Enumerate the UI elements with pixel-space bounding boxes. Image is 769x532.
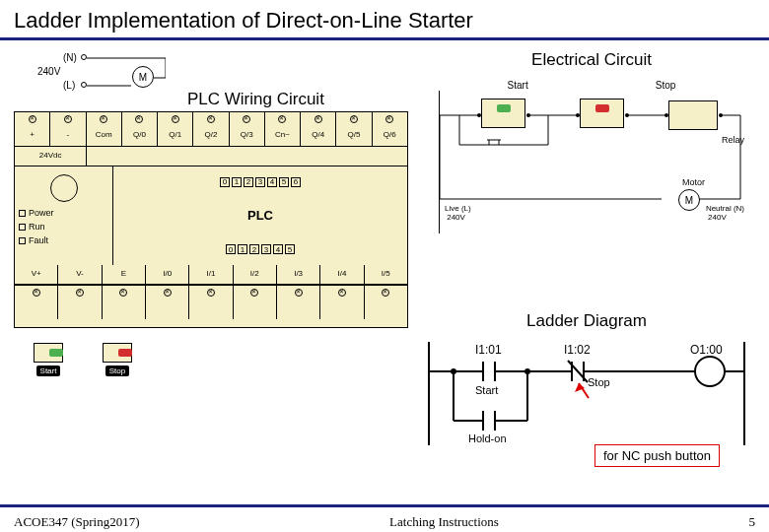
- label-i3: I/3: [277, 265, 320, 284]
- terminal-q6: Q/6: [373, 112, 407, 146]
- supply-voltage-label: 240V: [37, 66, 60, 77]
- terminal-minus: -: [50, 112, 86, 146]
- slide-title: Ladder Implementation of Direct-on-Line …: [0, 0, 769, 40]
- svg-point-34: [695, 357, 725, 386]
- start-pushbutton: Start: [34, 343, 63, 376]
- supply-n-label: (N): [63, 52, 77, 63]
- terminal-cn: Cn~: [265, 112, 301, 146]
- plc-name-label: PLC: [247, 208, 273, 223]
- svg-point-21: [625, 113, 629, 117]
- label-vminus: V-: [58, 265, 102, 284]
- footer-right: 5: [749, 514, 756, 530]
- terminal-q0: Q/0: [122, 112, 158, 146]
- stop-rung-label: Stop: [588, 376, 610, 388]
- label-i1: I/1: [189, 265, 233, 284]
- start-rung-label: Start: [475, 384, 498, 396]
- i2-label: I1:02: [564, 343, 591, 357]
- top-terminal-row: + - Com Q/0 Q/1 Q/2 Q/3 Cn~ Q/4 Q/5 Q/6: [15, 112, 407, 147]
- terminal-q5: Q/5: [336, 112, 372, 146]
- supply-24v-label: 24Vdc: [15, 147, 87, 166]
- stop-pushbutton: Stop: [103, 343, 132, 376]
- svg-point-23: [719, 113, 723, 117]
- stop-button-block: [580, 99, 624, 128]
- ladder-diagram: Ladder Diagram I1:01 I1:02: [414, 311, 759, 454]
- label-i0: I/0: [146, 265, 189, 284]
- holdon-label: Hold-on: [468, 432, 507, 444]
- content-area: PLC Wiring Circuit (N) 240V (L) M + - Co…: [0, 40, 769, 494]
- terminal-q2: Q/2: [193, 112, 229, 146]
- relay-block: [668, 100, 718, 130]
- nc-note: for NC push button: [594, 444, 720, 467]
- terminal-q4: Q/4: [301, 112, 336, 146]
- relay-label: Relay: [722, 135, 744, 145]
- svg-point-42: [451, 368, 456, 374]
- run-led-row: Run: [19, 222, 108, 232]
- terminal-com: Com: [87, 112, 122, 146]
- input-label-row: V+ V- E I/0 I/1 I/2 I/3 I/4 I/5: [15, 265, 407, 285]
- start-label: Start: [508, 80, 528, 91]
- supply-label-row: 24Vdc: [15, 147, 407, 166]
- start-button-block: [481, 99, 525, 128]
- input-pushbuttons: Start Stop: [34, 343, 132, 376]
- label-i5: I/5: [365, 265, 407, 284]
- plc-wiring-circuit: (N) 240V (L) M + - Com Q/0 Q/1 Q/2 Q/3 C…: [14, 52, 408, 328]
- footer-left: ACOE347 (Spring2017): [14, 514, 139, 530]
- supply-wires: [87, 56, 166, 94]
- label-i2: I/2: [234, 265, 277, 284]
- electrical-title: Electrical Circuit: [434, 50, 749, 70]
- svg-point-19: [526, 113, 530, 117]
- power-led-row: Power: [19, 208, 108, 218]
- terminal-q1: Q/1: [158, 112, 193, 146]
- input-indicator-row: 012345: [226, 244, 295, 254]
- supply-l-label: (L): [63, 80, 75, 91]
- label-vplus: V+: [15, 265, 58, 284]
- label-i4: I/4: [320, 265, 364, 284]
- svg-point-43: [524, 368, 530, 374]
- plc-body: + - Com Q/0 Q/1 Q/2 Q/3 Cn~ Q/4 Q/5 Q/6 …: [14, 111, 408, 328]
- bottom-terminal-row: [15, 285, 407, 319]
- footer-center: Latching Instructions: [389, 514, 499, 530]
- ladder-title: Ladder Diagram: [414, 311, 759, 331]
- motor-m-symbol: M: [678, 189, 700, 211]
- live-label: Live (L) 240V: [445, 204, 471, 222]
- output-indicator-row: 0123456: [220, 177, 301, 187]
- stop-label: Stop: [656, 80, 676, 91]
- connector-icon: [50, 174, 78, 202]
- fault-led-row: Fault: [19, 235, 108, 245]
- plc-center-panel: 0123456 PLC 012345: [113, 166, 407, 265]
- electrical-circuit: Electrical Circuit Start Stop: [434, 50, 749, 233]
- o1-label: O1:00: [690, 343, 723, 357]
- footer: ACOE347 (Spring2017) Latching Instructio…: [0, 504, 769, 532]
- circuit-diagram: Relay Motor M Live (L) 240V Neutral (N) …: [439, 91, 744, 233]
- terminal-plus: +: [15, 112, 50, 146]
- label-e: E: [103, 265, 146, 284]
- i1-label: I1:01: [475, 343, 502, 357]
- plc-status-panel: Power Run Fault: [15, 166, 113, 265]
- motor-label: Motor: [682, 177, 705, 187]
- ladder-svg: I1:01 I1:02 O1:00 Start Stop Hold-on: [414, 337, 759, 450]
- terminal-q3: Q/3: [230, 112, 265, 146]
- neutral-label: Neutral (N) 240V: [706, 204, 744, 222]
